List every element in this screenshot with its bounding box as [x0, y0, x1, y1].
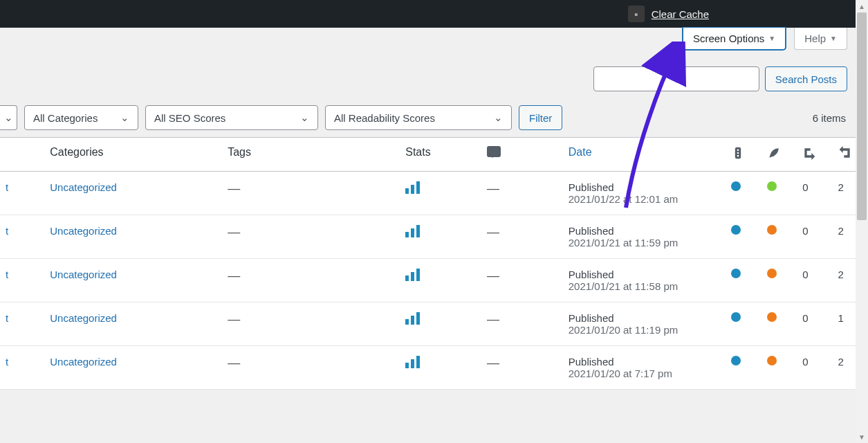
cell-seo — [726, 215, 761, 259]
em-dash: — — [487, 181, 499, 195]
published-label: Published — [569, 356, 721, 368]
cell-date: Published2021/01/20 at 11:19 pm — [563, 302, 726, 346]
em-dash: — — [228, 269, 240, 282]
published-label: Published — [569, 312, 721, 324]
column-date[interactable]: Date — [563, 138, 726, 172]
stats-bars-icon — [405, 356, 420, 368]
caret-down-icon: ▼ — [768, 35, 775, 42]
filter-button[interactable]: Filter — [519, 105, 562, 130]
column-seo[interactable] — [726, 138, 761, 172]
admin-bar: ▪ Clear Cache — [0, 0, 868, 28]
cell-seo — [726, 259, 761, 302]
cell-stats — [400, 259, 481, 302]
help-label: Help — [804, 33, 826, 44]
comment-icon[interactable]: ▪ — [628, 6, 645, 22]
help-toggle[interactable]: Help ▼ — [794, 28, 847, 50]
em-dash: — — [228, 181, 240, 195]
cell-readability — [761, 215, 797, 259]
cell-seo — [726, 346, 761, 390]
cell-category: Uncategorized — [44, 215, 222, 259]
cell-date: Published2021/01/20 at 7:17 pm — [563, 346, 726, 390]
chevron-down-icon: ⌄ — [494, 111, 503, 124]
cell-tags: — — [222, 215, 400, 259]
caret-down-icon: ▼ — [830, 35, 837, 42]
post-title-fragment[interactable]: t — [0, 215, 44, 259]
cell-date: Published2021/01/21 at 11:58 pm — [563, 259, 726, 302]
category-link[interactable]: Uncategorized — [50, 312, 117, 324]
screen-meta-row: Screen Options ▼ Help ▼ — [0, 28, 868, 62]
column-readability[interactable] — [761, 138, 797, 172]
timestamp: 2021/01/20 at 7:17 pm — [569, 368, 721, 379]
search-posts-input[interactable] — [593, 66, 759, 91]
clear-cache-link[interactable]: Clear Cache — [652, 8, 709, 20]
readability-dot-icon — [767, 225, 777, 235]
column-categories[interactable]: Categories — [44, 138, 222, 172]
cell-incoming: 0 — [797, 302, 832, 346]
cell-tags: — — [222, 172, 400, 215]
filter-categories-select[interactable]: All Categories ⌄ — [24, 105, 138, 130]
filter-readability-select[interactable]: All Readability Scores ⌄ — [325, 105, 512, 130]
category-link[interactable]: Uncategorized — [50, 181, 117, 193]
table-row: tUncategorized——Published2021/01/21 at 1… — [0, 259, 868, 302]
readability-dot-icon — [767, 269, 777, 278]
item-count: 6 items — [813, 112, 847, 124]
column-title[interactable] — [0, 138, 44, 172]
em-dash: — — [487, 269, 499, 282]
incoming-link-icon — [802, 146, 816, 160]
category-link[interactable]: Uncategorized — [50, 269, 117, 280]
cell-date: Published2021/01/21 at 11:59 pm — [563, 215, 726, 259]
scroll-up-arrow-icon[interactable]: ▲ — [856, 0, 868, 12]
readability-dot-icon — [767, 312, 777, 322]
column-comments[interactable] — [481, 138, 563, 172]
stats-bars-icon — [405, 269, 420, 281]
stats-bars-icon — [405, 225, 420, 237]
cell-tags: — — [222, 346, 400, 390]
cell-comments: — — [481, 215, 563, 259]
cell-readability — [761, 172, 797, 215]
cell-category: Uncategorized — [44, 346, 222, 390]
seo-dot-icon — [731, 356, 741, 365]
post-title-fragment[interactable]: t — [0, 259, 44, 302]
scroll-thumb[interactable] — [857, 12, 867, 220]
cell-readability — [761, 259, 797, 302]
cell-seo — [726, 172, 761, 215]
cell-tags: — — [222, 259, 400, 302]
column-incoming-links[interactable] — [797, 138, 832, 172]
screen-options-toggle[interactable]: Screen Options ▼ — [683, 28, 786, 50]
timestamp: 2021/01/20 at 11:19 pm — [569, 324, 721, 336]
cell-comments: — — [481, 346, 563, 390]
cell-category: Uncategorized — [44, 302, 222, 346]
readability-dot-icon — [767, 356, 777, 365]
table-header-row: Categories Tags Stats Date — [0, 138, 868, 172]
cell-date: Published2021/01/22 at 12:01 am — [563, 172, 726, 215]
date-sort-link[interactable]: Date — [569, 146, 592, 158]
stats-bars-icon — [405, 312, 420, 325]
cell-readability — [761, 346, 797, 390]
column-tags[interactable]: Tags — [222, 138, 400, 172]
outgoing-link-icon — [838, 146, 852, 160]
filter-dates-select-fragment[interactable]: ⌄ — [0, 105, 17, 130]
published-label: Published — [569, 269, 721, 280]
post-title-fragment[interactable]: t — [0, 346, 44, 390]
column-stats[interactable]: Stats — [400, 138, 481, 172]
timestamp: 2021/01/21 at 11:59 pm — [569, 237, 721, 248]
filter-seo-select[interactable]: All SEO Scores ⌄ — [145, 105, 318, 130]
vertical-scrollbar[interactable]: ▲ ▼ — [856, 0, 868, 443]
seo-dot-icon — [731, 269, 741, 278]
cell-incoming: 0 — [797, 259, 832, 302]
svg-point-2 — [737, 152, 739, 154]
scroll-down-arrow-icon[interactable]: ▼ — [856, 431, 868, 443]
category-link[interactable]: Uncategorized — [50, 356, 117, 368]
post-title-fragment[interactable]: t — [0, 172, 44, 215]
screen-options-label: Screen Options — [693, 33, 764, 44]
published-label: Published — [569, 225, 721, 237]
chevron-down-icon: ⌄ — [4, 111, 13, 124]
category-link[interactable]: Uncategorized — [50, 225, 117, 237]
cell-incoming: 0 — [797, 346, 832, 390]
search-posts-button[interactable]: Search Posts — [765, 66, 847, 91]
table-body: tUncategorized——Published2021/01/22 at 1… — [0, 172, 868, 390]
traffic-light-icon — [731, 146, 745, 160]
post-title-fragment[interactable]: t — [0, 302, 44, 346]
cell-seo — [726, 302, 761, 346]
svg-point-1 — [737, 150, 739, 152]
